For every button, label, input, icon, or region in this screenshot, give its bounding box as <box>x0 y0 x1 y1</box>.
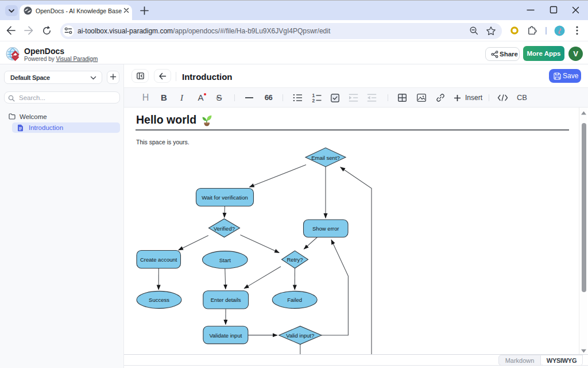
svg-text:2: 2 <box>312 98 315 103</box>
svg-text:Enter details: Enter details <box>211 297 241 303</box>
svg-text:Validate input: Validate input <box>209 332 242 339</box>
svg-text:Start: Start <box>219 257 231 263</box>
svg-text:Wait for verification: Wait for verification <box>202 194 247 201</box>
svg-text:Failed: Failed <box>287 297 302 303</box>
svg-text:Show error: Show error <box>312 225 339 232</box>
svg-text:Valid input?: Valid input? <box>286 332 314 339</box>
svg-text:Success: Success <box>149 297 169 303</box>
svg-text:Email sent?: Email sent? <box>311 155 340 161</box>
svg-text:Retry?: Retry? <box>287 256 303 263</box>
svg-text:Verified?: Verified? <box>214 225 235 232</box>
svg-text:Create account: Create account <box>140 256 177 263</box>
